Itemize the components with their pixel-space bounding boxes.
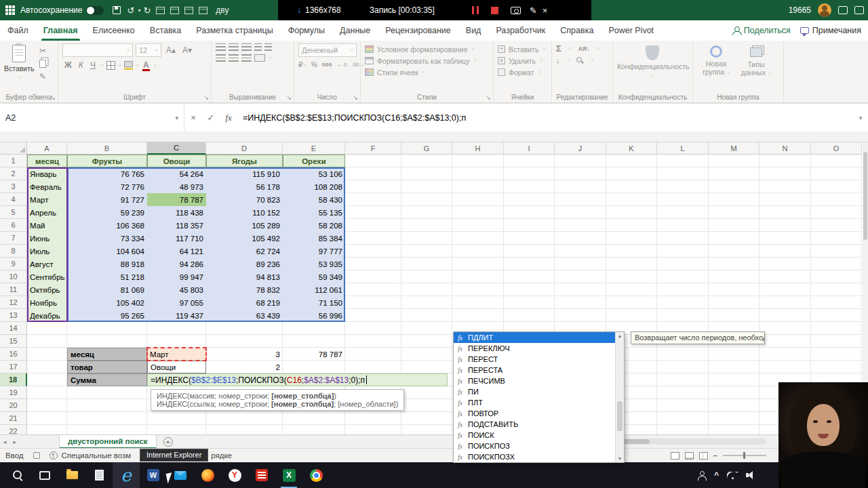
format-as-table-button[interactable]: Форматировать как таблицу▾ [365, 55, 490, 66]
cell-E4[interactable]: 58 430 [283, 193, 345, 206]
column-header-B[interactable]: B [67, 142, 147, 155]
cell-D7[interactable]: 105 492 [206, 232, 283, 245]
row-header-4[interactable]: 4 [0, 193, 27, 206]
cell-styles-button[interactable]: Стили ячеек▾ [365, 66, 490, 78]
cell-A6[interactable]: Май [27, 219, 67, 232]
cell-E7[interactable]: 85 384 [283, 232, 345, 245]
align-top-icon[interactable] [216, 43, 226, 51]
scrollbar-thumb[interactable] [617, 401, 623, 431]
cell-E2[interactable]: 53 106 [283, 167, 345, 180]
cell-D10[interactable]: 94 813 [206, 270, 283, 283]
column-header-K[interactable]: K [606, 142, 657, 155]
user-tray-icon[interactable] [697, 471, 706, 480]
select-all-corner[interactable] [0, 142, 27, 155]
cell-D3[interactable]: 56 178 [206, 180, 283, 193]
cell-C12[interactable]: 97 055 [147, 296, 206, 309]
cell-B11[interactable]: 81 069 [67, 283, 147, 296]
cell-C11[interactable]: 45 803 [147, 283, 206, 296]
cell-C4[interactable]: 78 787 [147, 193, 206, 206]
increase-font-icon[interactable]: А▴ [164, 45, 178, 55]
excel-taskbar-button[interactable] [275, 462, 302, 488]
redo-icon[interactable]: ↻ [143, 6, 151, 15]
ribbon-tab-Разработчик[interactable]: Разработчик [488, 20, 553, 41]
autocomplete-item-ПОИСКПОЗ[interactable]: ПОИСКПОЗ [454, 441, 616, 451]
row-header-10[interactable]: 10 [0, 270, 27, 283]
font-size-select[interactable]: 12▾ [136, 43, 161, 57]
row-header-21[interactable]: 21 [0, 412, 27, 425]
delete-cells-button[interactable]: ×Удалить▾ [498, 55, 549, 66]
column-header-I[interactable]: I [504, 142, 555, 155]
cell-E12[interactable]: 71 150 [283, 296, 345, 309]
cell-C9[interactable]: 94 286 [147, 258, 206, 270]
clipboard-dialog-launcher-icon[interactable]: ↘ [50, 94, 56, 101]
search-taskbar-button[interactable] [4, 462, 31, 488]
cell-A7[interactable]: Июнь [27, 232, 67, 245]
cell-C6[interactable]: 118 357 [147, 219, 206, 232]
zoom-slider[interactable] [723, 455, 766, 456]
file-explorer-taskbar-button[interactable] [58, 462, 85, 488]
yandex-browser-taskbar-button[interactable] [221, 462, 248, 488]
cell-A8[interactable]: Июль [27, 245, 67, 258]
cell-D9[interactable]: 89 236 [206, 258, 283, 270]
new-sheet-icon[interactable]: + [163, 437, 173, 447]
ribbon-tab-Файл[interactable]: Файл [0, 20, 36, 41]
cell-C17[interactable]: Овощи [147, 361, 206, 373]
autocomplete-item-ПЕРЕСТ[interactable]: ПЕРЕСТ [454, 354, 616, 365]
row-header-2[interactable]: 2 [0, 167, 27, 180]
insert-function-icon[interactable]: fx [220, 113, 237, 123]
row-header-15[interactable]: 15 [0, 335, 27, 348]
ribbon-tab-Разметка страницы[interactable]: Разметка страницы [189, 20, 280, 41]
cell-B1[interactable]: Фрукты [67, 155, 147, 167]
align-bottom-icon[interactable] [241, 43, 252, 51]
cell-C10[interactable]: 99 947 [147, 270, 206, 283]
cut-icon[interactable]: ✂ [39, 46, 46, 56]
row-header-5[interactable]: 5 [0, 206, 27, 219]
cell-D8[interactable]: 62 724 [206, 245, 283, 258]
internet-explorer-taskbar-button[interactable] [113, 462, 140, 488]
ribbon-tab-Елисеенко[interactable]: Елисеенко [85, 20, 142, 41]
column-header-L[interactable]: L [657, 142, 709, 155]
autocomplete-item-ПОВТОР[interactable]: ПОВТОР [454, 408, 616, 419]
autocomplete-item-ПЕРЕСТА[interactable]: ПЕРЕСТА [454, 365, 616, 375]
cell-B5[interactable]: 59 239 [67, 206, 147, 219]
cell-B7[interactable]: 73 334 [67, 232, 147, 245]
row-header-22[interactable]: 22 [0, 425, 27, 434]
sort-filter-icon[interactable]: АЯ↓ [578, 45, 590, 52]
column-header-E[interactable]: E [283, 142, 345, 155]
bold-button[interactable]: Ж [62, 60, 74, 70]
cell-A9[interactable]: Август [27, 258, 67, 270]
fill-icon[interactable]: ↓ [556, 56, 559, 64]
cell-D4[interactable]: 70 823 [206, 193, 283, 206]
row-header-7[interactable]: 7 [0, 232, 27, 245]
firefox-taskbar-button[interactable] [194, 462, 221, 488]
quick-access-icon[interactable] [170, 7, 179, 14]
page-layout-view-icon[interactable] [685, 452, 694, 460]
find-select-icon[interactable] [576, 57, 583, 64]
column-header-H[interactable]: H [452, 142, 504, 155]
pencil-icon[interactable]: ✎ [530, 6, 537, 15]
cell-A12[interactable]: Ноябрь [27, 296, 67, 309]
quick-access-icon[interactable] [156, 7, 165, 14]
cell-D12[interactable]: 68 219 [206, 296, 283, 309]
cell-D2[interactable]: 115 910 [206, 167, 283, 180]
wrap-text-icon[interactable] [264, 43, 272, 51]
paste-button[interactable]: Вставить ▾ [4, 43, 34, 81]
format-cells-button[interactable]: Формат▾ [498, 66, 549, 78]
ribbon-tab-Справка[interactable]: Справка [553, 20, 601, 41]
ribbon-tab-Рецензирование[interactable]: Рецензирование [378, 20, 458, 41]
number-dialog-launcher-icon[interactable]: ↘ [353, 94, 358, 101]
expand-formula-bar-icon[interactable]: ▾ [853, 115, 868, 121]
formula-input[interactable]: =ИНДЕКС($B$2:$E$13;ПОИСКПОЗ(C16;$A$2:$A$… [237, 113, 853, 123]
cell-A2[interactable]: Январь [27, 167, 67, 180]
volume-tray-icon[interactable] [746, 470, 757, 480]
ribbon-tab-Вставка[interactable]: Вставка [142, 20, 189, 41]
insert-cells-button[interactable]: +Вставить▾ [498, 43, 549, 55]
chevron-up-tray-icon[interactable] [714, 470, 719, 480]
cell-B4[interactable]: 91 727 [67, 193, 147, 206]
privacy-button[interactable]: Конфиденциальность ▾ [617, 43, 688, 79]
column-header-G[interactable]: G [401, 142, 452, 155]
comments-button[interactable]: Примечания [800, 26, 861, 35]
autocomplete-scrollbar[interactable]: ▲ ▼ [615, 332, 624, 462]
align-middle-icon[interactable] [229, 43, 239, 51]
cell-C7[interactable]: 117 710 [147, 232, 206, 245]
